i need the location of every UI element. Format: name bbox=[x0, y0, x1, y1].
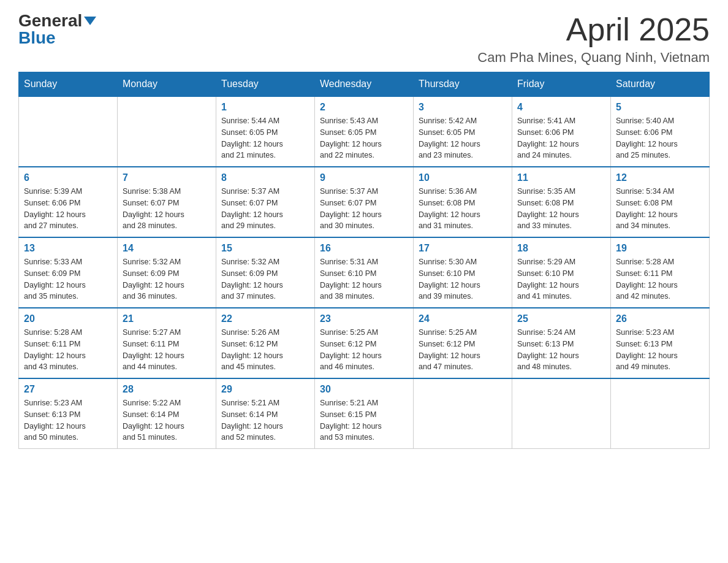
calendar-cell: 24Sunrise: 5:25 AM Sunset: 6:12 PM Dayli… bbox=[414, 308, 512, 378]
day-number: 27 bbox=[24, 384, 112, 395]
day-info: Sunrise: 5:28 AM Sunset: 6:11 PM Dayligh… bbox=[24, 327, 112, 373]
day-info: Sunrise: 5:21 AM Sunset: 6:15 PM Dayligh… bbox=[320, 397, 408, 443]
calendar-cell: 11Sunrise: 5:35 AM Sunset: 6:08 PM Dayli… bbox=[512, 167, 611, 237]
day-info: Sunrise: 5:33 AM Sunset: 6:09 PM Dayligh… bbox=[24, 256, 112, 302]
day-number: 16 bbox=[320, 243, 408, 254]
day-number: 18 bbox=[517, 243, 605, 254]
day-info: Sunrise: 5:32 AM Sunset: 6:09 PM Dayligh… bbox=[221, 256, 309, 302]
day-number: 28 bbox=[123, 384, 211, 395]
month-title: April 2025 bbox=[477, 12, 710, 47]
calendar-cell: 18Sunrise: 5:29 AM Sunset: 6:10 PM Dayli… bbox=[512, 237, 611, 308]
calendar-cell: 5Sunrise: 5:40 AM Sunset: 6:06 PM Daylig… bbox=[611, 96, 710, 167]
calendar-table: SundayMondayTuesdayWednesdayThursdayFrid… bbox=[18, 72, 710, 449]
day-info: Sunrise: 5:30 AM Sunset: 6:10 PM Dayligh… bbox=[419, 256, 507, 302]
calendar-week-row-4: 27Sunrise: 5:23 AM Sunset: 6:13 PM Dayli… bbox=[19, 378, 710, 449]
calendar-header-row: SundayMondayTuesdayWednesdayThursdayFrid… bbox=[19, 72, 710, 97]
logo-triangle-icon bbox=[84, 17, 96, 25]
calendar-cell: 2Sunrise: 5:43 AM Sunset: 6:05 PM Daylig… bbox=[315, 96, 414, 167]
day-number: 21 bbox=[123, 313, 211, 324]
calendar-cell: 1Sunrise: 5:44 AM Sunset: 6:05 PM Daylig… bbox=[216, 96, 315, 167]
calendar-header-sunday: Sunday bbox=[19, 72, 118, 97]
calendar-cell: 29Sunrise: 5:21 AM Sunset: 6:14 PM Dayli… bbox=[216, 378, 315, 449]
logo: General Blue bbox=[18, 12, 96, 47]
day-number: 9 bbox=[320, 172, 408, 183]
day-info: Sunrise: 5:37 AM Sunset: 6:07 PM Dayligh… bbox=[320, 186, 408, 232]
calendar-cell: 10Sunrise: 5:36 AM Sunset: 6:08 PM Dayli… bbox=[414, 167, 512, 237]
calendar-cell: 23Sunrise: 5:25 AM Sunset: 6:12 PM Dayli… bbox=[315, 308, 414, 378]
calendar-header-monday: Monday bbox=[118, 72, 216, 97]
calendar-cell: 9Sunrise: 5:37 AM Sunset: 6:07 PM Daylig… bbox=[315, 167, 414, 237]
day-info: Sunrise: 5:32 AM Sunset: 6:09 PM Dayligh… bbox=[123, 256, 211, 302]
day-number: 26 bbox=[616, 313, 704, 324]
day-info: Sunrise: 5:23 AM Sunset: 6:13 PM Dayligh… bbox=[24, 397, 112, 443]
day-number: 22 bbox=[221, 313, 309, 324]
calendar-cell: 14Sunrise: 5:32 AM Sunset: 6:09 PM Dayli… bbox=[118, 237, 216, 308]
calendar-week-row-1: 6Sunrise: 5:39 AM Sunset: 6:06 PM Daylig… bbox=[19, 167, 710, 237]
day-number: 20 bbox=[24, 313, 112, 324]
calendar-cell: 8Sunrise: 5:37 AM Sunset: 6:07 PM Daylig… bbox=[216, 167, 315, 237]
day-info: Sunrise: 5:31 AM Sunset: 6:10 PM Dayligh… bbox=[320, 256, 408, 302]
day-number: 13 bbox=[24, 243, 112, 254]
day-info: Sunrise: 5:39 AM Sunset: 6:06 PM Dayligh… bbox=[24, 186, 112, 232]
day-info: Sunrise: 5:44 AM Sunset: 6:05 PM Dayligh… bbox=[221, 115, 309, 161]
calendar-week-row-3: 20Sunrise: 5:28 AM Sunset: 6:11 PM Dayli… bbox=[19, 308, 710, 378]
day-info: Sunrise: 5:41 AM Sunset: 6:06 PM Dayligh… bbox=[517, 115, 605, 161]
day-number: 7 bbox=[123, 172, 211, 183]
calendar-cell: 19Sunrise: 5:28 AM Sunset: 6:11 PM Dayli… bbox=[611, 237, 710, 308]
day-number: 14 bbox=[123, 243, 211, 254]
day-number: 25 bbox=[517, 313, 605, 324]
calendar-cell: 22Sunrise: 5:26 AM Sunset: 6:12 PM Dayli… bbox=[216, 308, 315, 378]
calendar-cell: 16Sunrise: 5:31 AM Sunset: 6:10 PM Dayli… bbox=[315, 237, 414, 308]
day-info: Sunrise: 5:26 AM Sunset: 6:12 PM Dayligh… bbox=[221, 327, 309, 373]
day-number: 24 bbox=[419, 313, 507, 324]
calendar-week-row-2: 13Sunrise: 5:33 AM Sunset: 6:09 PM Dayli… bbox=[19, 237, 710, 308]
day-number: 29 bbox=[221, 384, 309, 395]
day-info: Sunrise: 5:21 AM Sunset: 6:14 PM Dayligh… bbox=[221, 397, 309, 443]
day-info: Sunrise: 5:34 AM Sunset: 6:08 PM Dayligh… bbox=[616, 186, 704, 232]
calendar-cell: 17Sunrise: 5:30 AM Sunset: 6:10 PM Dayli… bbox=[414, 237, 512, 308]
day-number: 23 bbox=[320, 313, 408, 324]
day-info: Sunrise: 5:22 AM Sunset: 6:14 PM Dayligh… bbox=[123, 397, 211, 443]
calendar-cell bbox=[19, 96, 118, 167]
day-number: 2 bbox=[320, 102, 408, 113]
day-number: 19 bbox=[616, 243, 704, 254]
day-number: 12 bbox=[616, 172, 704, 183]
calendar-cell: 4Sunrise: 5:41 AM Sunset: 6:06 PM Daylig… bbox=[512, 96, 611, 167]
day-info: Sunrise: 5:37 AM Sunset: 6:07 PM Dayligh… bbox=[221, 186, 309, 232]
calendar-cell: 12Sunrise: 5:34 AM Sunset: 6:08 PM Dayli… bbox=[611, 167, 710, 237]
day-info: Sunrise: 5:23 AM Sunset: 6:13 PM Dayligh… bbox=[616, 327, 704, 373]
day-info: Sunrise: 5:40 AM Sunset: 6:06 PM Dayligh… bbox=[616, 115, 704, 161]
day-info: Sunrise: 5:27 AM Sunset: 6:11 PM Dayligh… bbox=[123, 327, 211, 373]
calendar-cell: 26Sunrise: 5:23 AM Sunset: 6:13 PM Dayli… bbox=[611, 308, 710, 378]
calendar-week-row-0: 1Sunrise: 5:44 AM Sunset: 6:05 PM Daylig… bbox=[19, 96, 710, 167]
day-info: Sunrise: 5:43 AM Sunset: 6:05 PM Dayligh… bbox=[320, 115, 408, 161]
day-info: Sunrise: 5:24 AM Sunset: 6:13 PM Dayligh… bbox=[517, 327, 605, 373]
calendar-cell bbox=[118, 96, 216, 167]
day-info: Sunrise: 5:28 AM Sunset: 6:11 PM Dayligh… bbox=[616, 256, 704, 302]
calendar-header-thursday: Thursday bbox=[414, 72, 512, 97]
calendar-cell: 30Sunrise: 5:21 AM Sunset: 6:15 PM Dayli… bbox=[315, 378, 414, 449]
calendar-header-friday: Friday bbox=[512, 72, 611, 97]
calendar-header-saturday: Saturday bbox=[611, 72, 710, 97]
calendar-cell: 25Sunrise: 5:24 AM Sunset: 6:13 PM Dayli… bbox=[512, 308, 611, 378]
title-section: April 2025 Cam Pha Mines, Quang Ninh, Vi… bbox=[477, 12, 710, 66]
calendar-cell: 21Sunrise: 5:27 AM Sunset: 6:11 PM Dayli… bbox=[118, 308, 216, 378]
calendar-cell: 13Sunrise: 5:33 AM Sunset: 6:09 PM Dayli… bbox=[19, 237, 118, 308]
day-number: 3 bbox=[419, 102, 507, 113]
calendar-cell: 6Sunrise: 5:39 AM Sunset: 6:06 PM Daylig… bbox=[19, 167, 118, 237]
day-number: 30 bbox=[320, 384, 408, 395]
calendar-cell bbox=[414, 378, 512, 449]
day-number: 8 bbox=[221, 172, 309, 183]
calendar-header-wednesday: Wednesday bbox=[315, 72, 414, 97]
day-number: 11 bbox=[517, 172, 605, 183]
calendar-cell: 28Sunrise: 5:22 AM Sunset: 6:14 PM Dayli… bbox=[118, 378, 216, 449]
calendar-header-tuesday: Tuesday bbox=[216, 72, 315, 97]
day-info: Sunrise: 5:35 AM Sunset: 6:08 PM Dayligh… bbox=[517, 186, 605, 232]
logo-general-text: General bbox=[18, 12, 82, 29]
day-number: 4 bbox=[517, 102, 605, 113]
day-info: Sunrise: 5:25 AM Sunset: 6:12 PM Dayligh… bbox=[419, 327, 507, 373]
calendar-cell: 7Sunrise: 5:38 AM Sunset: 6:07 PM Daylig… bbox=[118, 167, 216, 237]
day-number: 17 bbox=[419, 243, 507, 254]
location-title: Cam Pha Mines, Quang Ninh, Vietnam bbox=[477, 50, 710, 66]
calendar-cell: 15Sunrise: 5:32 AM Sunset: 6:09 PM Dayli… bbox=[216, 237, 315, 308]
